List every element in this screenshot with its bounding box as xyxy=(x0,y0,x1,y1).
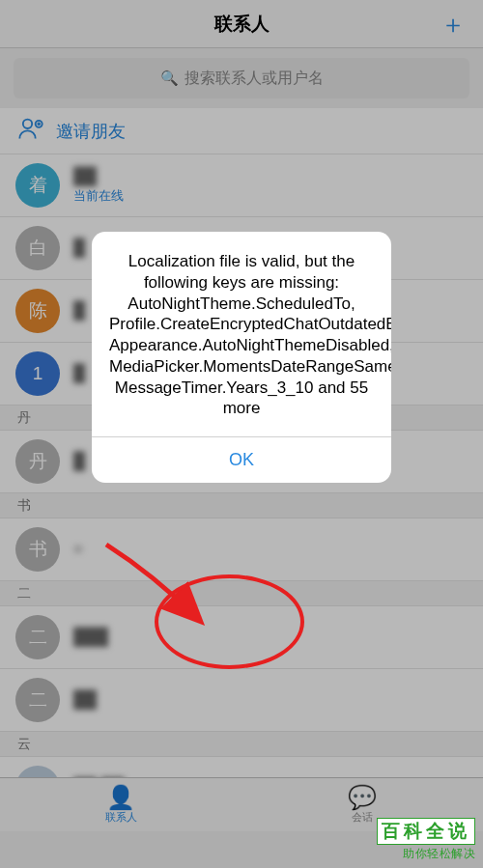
watermark: 百科全说 助你轻松解决 xyxy=(377,818,475,862)
alert-footer: OK xyxy=(92,436,391,483)
watermark-title: 百科全说 xyxy=(377,818,475,845)
watermark-subtitle: 助你轻松解决 xyxy=(377,846,475,862)
alert-message: Localization file is valid, but the foll… xyxy=(92,232,391,436)
alert-dialog: Localization file is valid, but the foll… xyxy=(92,232,391,483)
alert-ok-button[interactable]: OK xyxy=(229,450,254,470)
